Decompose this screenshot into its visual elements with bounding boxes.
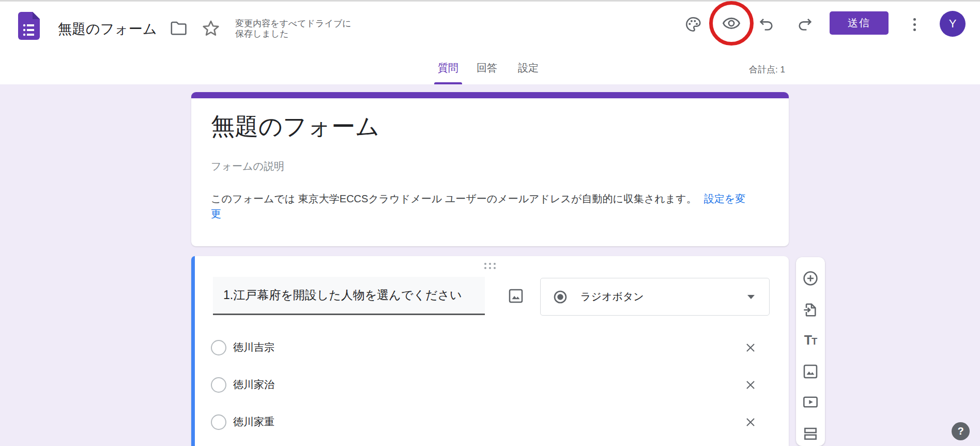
- theme-color-bar: [191, 92, 789, 98]
- email-collection-notice: このフォームでは 東京大学ECCSクラウドメール ユーザーのメールアドレスが自動…: [211, 191, 755, 221]
- form-header-card: 無題のフォーム フォームの説明 このフォームでは 東京大学ECCSクラウドメール…: [191, 92, 789, 246]
- option-label[interactable]: 徳川吉宗: [233, 340, 274, 354]
- tab-answers[interactable]: 回答: [469, 61, 505, 75]
- move-to-folder-icon[interactable]: [169, 20, 189, 37]
- redo-icon[interactable]: [795, 15, 814, 34]
- option-row: 徳川家重: [191, 411, 789, 432]
- option-label[interactable]: 徳川家重: [233, 415, 274, 429]
- add-section-icon[interactable]: [801, 424, 820, 443]
- add-image-icon[interactable]: [801, 362, 820, 381]
- account-avatar[interactable]: Y: [940, 11, 966, 37]
- radio-circle-icon: [211, 377, 226, 393]
- help-icon[interactable]: ?: [952, 422, 970, 440]
- drag-handle[interactable]: [483, 261, 497, 271]
- add-title-and-description-icon[interactable]: TT: [801, 331, 820, 349]
- form-description-input[interactable]: フォームの説明: [211, 159, 284, 173]
- remove-option-icon[interactable]: [743, 415, 758, 429]
- remove-option-icon[interactable]: [743, 378, 758, 392]
- save-status[interactable]: 変更内容をすべてドライブに 保存しました: [235, 19, 351, 39]
- option-row: 徳川吉宗: [191, 336, 789, 357]
- radio-circle-icon: [211, 340, 226, 355]
- option-row: 徳川家治: [191, 374, 789, 394]
- email-notice-text: このフォームでは 東京大学ECCSクラウドメール ユーザーのメールアドレスが自動…: [211, 193, 697, 204]
- total-points: 合計点: 1: [723, 64, 785, 76]
- google-forms-logo-icon[interactable]: [18, 12, 40, 40]
- side-toolbar: TT: [796, 257, 825, 446]
- import-questions-icon[interactable]: [801, 301, 820, 319]
- active-tab-underline: [434, 82, 462, 84]
- radio-button-type-icon: [553, 289, 568, 305]
- add-question-icon[interactable]: [801, 269, 820, 288]
- send-button[interactable]: 送信: [830, 11, 889, 35]
- customize-theme-palette-icon[interactable]: [684, 15, 702, 34]
- preview-eye-icon[interactable]: [722, 14, 741, 33]
- question-type-label: ラジオボタン: [580, 290, 644, 304]
- tab-settings[interactable]: 設定: [510, 61, 546, 75]
- question-title-input[interactable]: 1.江戸幕府を開設した人物を選んでください: [213, 277, 485, 315]
- tab-questions[interactable]: 質問: [430, 61, 466, 75]
- save-status-line2: 保存しました: [235, 29, 351, 39]
- more-options-icon[interactable]: [906, 14, 923, 34]
- remove-option-icon[interactable]: [743, 340, 758, 355]
- question-type-dropdown[interactable]: ラジオボタン: [540, 278, 770, 316]
- option-label[interactable]: 徳川家治: [233, 378, 274, 392]
- star-icon[interactable]: [201, 18, 221, 39]
- add-image-to-question-icon[interactable]: [506, 286, 526, 306]
- add-video-icon[interactable]: [801, 393, 820, 411]
- save-status-line1: 変更内容をすべてドライブに: [235, 19, 351, 29]
- document-title[interactable]: 無題のフォーム: [58, 20, 157, 38]
- question-card: 1.江戸幕府を開設した人物を選んでください ラジオボタン 徳川吉宗 徳川家治: [191, 256, 789, 446]
- form-title-input[interactable]: 無題のフォーム: [211, 111, 379, 143]
- radio-circle-icon: [211, 414, 226, 430]
- dropdown-caret-icon: [747, 295, 755, 299]
- undo-icon[interactable]: [757, 15, 776, 34]
